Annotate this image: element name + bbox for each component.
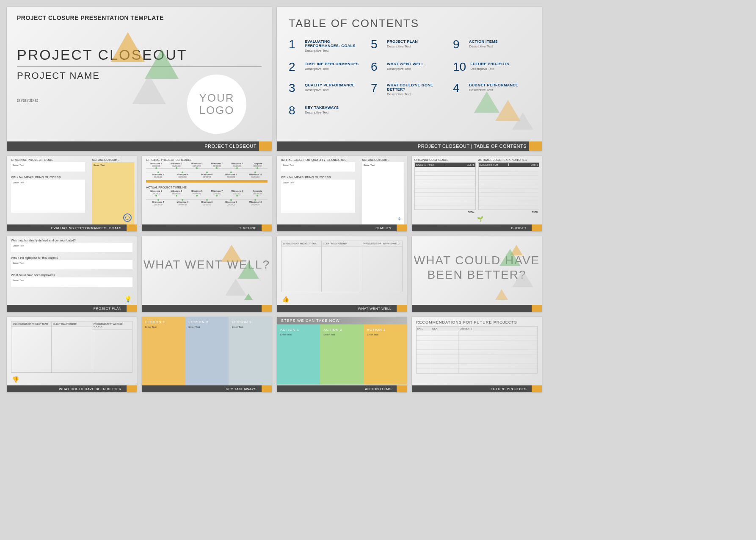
section-title: RECOMMENDATIONS FOR FUTURE PROJECTS [412,317,542,326]
thumbs-down-icon: 👎 [12,376,19,383]
section-header: ORIGINAL COST GOALS [414,158,476,161]
plant-icon: 🌱 [477,216,483,222]
toc-item: 5PROJECT PLANDescriptive Text [371,38,448,53]
toc-item: 9ACTION ITEMSDescriptive Text [453,38,530,53]
section-title: STEPS WE CAN TAKE NOW [277,317,407,324]
template-header: PROJECT CLOSURE PRESENTATION TEMPLATE [7,7,272,21]
text-box: Enter Text [281,162,355,172]
slide-goals: ORIGINAL PROJECT GOAL Enter Text KPIs fo… [7,156,137,231]
section-header: KPIs for MEASURING SUCCESS [277,173,359,180]
recommendations-table: DATEIDEACOMMENTS [416,326,538,374]
toc-item: 7WHAT COULD'VE GONE BETTER?Descriptive T… [371,81,448,96]
slide-better-table: WEAKNESSES OF PROJECT TEAM: CLIENT RELAT… [7,317,137,392]
timeline-row-bot: Milestone 200/00/00Milestone 400/00/00Mi… [146,172,268,178]
slide-footer: PROJECT CLOSEOUT | TABLE OF CONTENTS [277,141,542,151]
section-title: WHAT WENT WELL? [142,236,272,272]
slide-footer: WHAT COULD HAVE BEEN BETTER [7,385,137,392]
slide-footer: ACTION ITEMS [277,385,407,392]
slide-grid: PROJECT CLOSURE PRESENTATION TEMPLATE PR… [0,0,549,399]
action-col: ACTION 3Enter Text [364,324,407,385]
slide-footer: BUDGET [412,224,542,231]
section-header: ORIGINAL PROJECT GOAL [7,156,89,162]
toc-item: 6WHAT WENT WELLDescriptive Text [371,60,448,74]
toc-item: 10FUTURE PROJECTSDescriptive Text [453,60,530,74]
svg-marker-9 [244,294,253,300]
strengths-table: STRENGTHS OF PROJECT TEAM: CLIENT RELATI… [281,241,403,292]
slide-timeline: ORIGINAL PROJECT SCHEDULE Milestone 100/… [142,156,272,231]
section-header: KPIs for MEASURING SUCCESS [7,173,89,180]
question: Was the plan clearly defined and communi… [7,236,137,243]
target-icon [123,213,132,222]
toc-item: 2TIMELINE PERFORMANCESDescriptive Text [289,60,366,74]
slide-footer: TIMELINE [142,224,272,231]
text-box: Enter Text [281,180,355,213]
section-header: INITIAL GOAL FOR QUALITY STANDARDS [277,156,359,162]
section-header: ORIGINAL PROJECT SCHEDULE [146,158,268,161]
slide-footer: EVALUATING PERFORMANCES: GOALS [7,224,137,231]
slide-project-plan: Was the plan clearly defined and communi… [7,236,137,312]
action-col: ACTION 2Enter Text [320,324,363,385]
action-col: ACTION 1Enter Text [277,324,320,385]
divider-bar [146,180,268,183]
slide-action-items: STEPS WE CAN TAKE NOW ACTION 1Enter Text… [277,317,407,392]
toc-item: 8KEY TAKEAWAYSDescriptive Text [289,104,366,117]
slide-title: PROJECT CLOSURE PRESENTATION TEMPLATE PR… [7,7,272,151]
lightbulb-icon: 💡 [124,296,132,302]
svg-marker-13 [495,289,508,300]
slide-footer: PROJECT PLAN [7,305,137,312]
toc-grid: 1EVALUATING PERFORMANCES: GOALSDescripti… [277,30,542,125]
text-box: Enter Text [11,277,132,287]
budget-table-right: BUDGETARY ITEMCOSTS [478,162,540,210]
toc-title: TABLE OF CONTENTS [277,7,542,30]
section-header: ACTUAL OUTCOME [362,158,404,161]
toc-item: 4BUDGET PERFORMANCEDescriptive Text [453,81,530,96]
slide-went-well-title: WHAT WENT WELL? [142,236,272,312]
main-title: PROJECT CLOSEOUT [7,21,272,63]
budget-table-left: BUDGETARY ITEMCOSTS [414,162,476,210]
weaknesses-table: WEAKNESSES OF PROJECT TEAM: CLIENT RELAT… [11,321,132,373]
slide-better-title: WHAT COULD HAVE BEEN BETTER? [412,236,542,312]
slide-quality: INITIAL GOAL FOR QUALITY STANDARDS Enter… [277,156,407,231]
toc-item: 3QUALITY PERFORMANCEDescriptive Text [289,81,366,96]
bulb-icon: ♀ [397,215,402,222]
text-box: Enter Text [11,162,85,172]
slide-key-takeaways: LESSON 1Enter Text LESSON 2Enter Text LE… [142,317,272,392]
section-header: ACTUAL BUDGET EXPENDITURES [478,158,540,161]
text-box: Enter Text [11,180,85,213]
slide-footer: WHAT WENT WELL [277,305,407,312]
slide-footer [142,305,272,312]
section-header: ACTUAL OUTCOME [92,158,134,161]
slide-footer [412,305,542,312]
slide-budget: ORIGINAL COST GOALS BUDGETARY ITEMCOSTS … [412,156,542,231]
lesson-col: LESSON 2Enter Text [185,317,228,385]
lesson-col: LESSON 1Enter Text [142,317,185,385]
slide-toc: TABLE OF CONTENTS 1EVALUATING PERFORMANC… [277,7,542,151]
slide-footer: FUTURE PROJECTS [412,385,542,392]
text-box: Enter Text [11,260,132,269]
slide-future-projects: RECOMMENDATIONS FOR FUTURE PROJECTS DATE… [412,317,542,392]
slide-footer: PROJECT CLOSEOUT [7,141,272,151]
slide-footer: QUALITY [277,224,407,231]
question: Was it the right plan for this project? [7,254,137,260]
text-box: Enter Text [11,243,132,252]
question: What could have been improved? [7,271,137,277]
svg-marker-8 [225,279,246,296]
section-header: ACTUAL PROJECT TIMELINE [146,186,268,189]
timeline-row-top: Milestone 100/00/00Milestone 300/00/00Mi… [146,162,268,169]
slide-went-well-table: STRENGTHS OF PROJECT TEAM: CLIENT RELATI… [277,236,407,312]
section-title: WHAT COULD HAVE BEEN BETTER? [412,236,542,282]
lesson-col: LESSON 3Enter Text [229,317,272,385]
logo-placeholder: YOUR LOGO [187,75,246,134]
timeline-row-top2: Milestone 100/00/00Milestone 300/00/00Mi… [146,190,268,196]
timeline-row-bot2: Milestone 200/00/00Milestone 400/00/00Mi… [146,199,268,206]
toc-item: 1EVALUATING PERFORMANCES: GOALSDescripti… [289,38,366,53]
slide-footer: KEY TAKEAWAYS [142,385,272,392]
thumbs-up-icon: 👍 [282,296,289,302]
